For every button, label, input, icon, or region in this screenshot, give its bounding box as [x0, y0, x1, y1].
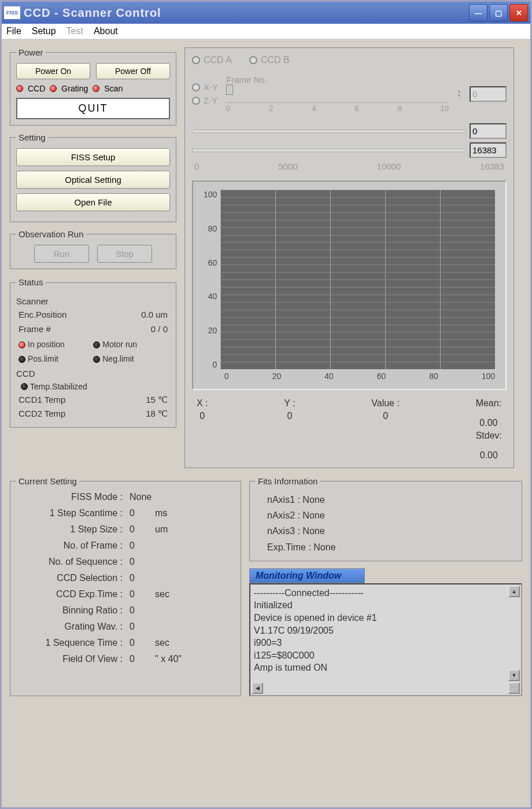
frame-value-input[interactable]: 0 — [470, 86, 507, 102]
scroll-down-icon[interactable]: ▼ — [508, 670, 520, 681]
monitor-line: Device is opened in device #1 — [254, 612, 518, 624]
monitor-line: Initialized — [254, 599, 518, 612]
frame-slider[interactable] — [226, 87, 449, 103]
setting-unit — [155, 557, 190, 567]
setting-label: CCD Selection : — [16, 573, 126, 583]
fits-naxis2: nAxis2 : None — [267, 508, 516, 523]
motor-run-led-icon — [93, 341, 100, 348]
chart-panel: 0 20 40 60 80 100 0 20 40 60 — [192, 181, 507, 390]
ccd-b-radio[interactable]: CCD B — [249, 55, 290, 65]
range-hi-slider[interactable] — [192, 149, 466, 152]
setting-unit: ms — [155, 508, 190, 519]
setting-unit — [155, 622, 190, 632]
motor-run-label: Motor run — [102, 339, 137, 351]
monitor-line: ----------Connected----------- — [254, 587, 518, 600]
enc-position-value: 0.0 um — [141, 308, 168, 322]
setting-unit: sec — [155, 589, 190, 600]
menu-test[interactable]: Test — [66, 26, 83, 36]
zy-radio[interactable]: Z-Y — [192, 95, 218, 105]
scroll-left-icon[interactable]: ◀ — [252, 682, 263, 694]
run-button[interactable]: Run — [34, 245, 89, 263]
setting-label: Grating Wav. : — [16, 622, 126, 632]
in-position-led-icon — [19, 341, 25, 348]
setting-legend: Setting — [16, 133, 48, 142]
xy-radio[interactable]: X-Y — [192, 82, 218, 92]
neg-limit-led-icon — [93, 356, 100, 363]
close-button[interactable]: ✕ — [509, 4, 528, 21]
range-lo-slider[interactable] — [192, 130, 466, 133]
scan-led-label: Scan — [104, 84, 123, 93]
monitoring-window-title: Monitoring Window — [249, 568, 365, 583]
menu-file[interactable]: File — [6, 26, 21, 36]
open-file-button[interactable]: Open File — [16, 193, 170, 211]
titlebar: FISS CCD - Scanner Control — ▢ ✕ — [2, 2, 530, 24]
current-setting-group: Current Setting FISS Mode :None1 Step Sc… — [10, 476, 241, 696]
app-window: FISS CCD - Scanner Control — ▢ ✕ File Se… — [0, 0, 532, 809]
ccd1-temp-value: 15 ℃ — [146, 394, 168, 407]
scroll-up-icon[interactable]: ▲ — [508, 586, 520, 597]
fits-exptime: Exp.Time : None — [267, 539, 516, 555]
setting-value: 0 — [126, 557, 155, 567]
obs-legend: Observation Run — [16, 229, 86, 239]
setting-label: CCD Exp.Time : — [16, 589, 126, 600]
ccd-led-icon — [16, 85, 23, 92]
setting-label: 1 Step Scantime : — [16, 508, 126, 519]
setting-unit — [155, 492, 190, 502]
menu-setup[interactable]: Setup — [32, 26, 56, 36]
frame-spinner[interactable]: ▲▼ — [457, 89, 461, 98]
monitoring-window[interactable]: ----------Connected----------- Initializ… — [249, 583, 522, 696]
setting-value: None — [126, 492, 155, 502]
in-position-label: In position — [28, 339, 65, 351]
grating-led-icon — [50, 85, 57, 92]
ccd-a-radio[interactable]: CCD A — [192, 55, 232, 65]
setting-value: 0 — [126, 573, 155, 583]
power-on-button[interactable]: Power On — [16, 63, 90, 79]
frame-num-label: Frame # — [19, 323, 51, 336]
frame-num-value: 0 / 0 — [151, 323, 168, 336]
stop-button[interactable]: Stop — [97, 245, 152, 263]
setting-value: 0 — [126, 605, 155, 616]
fits-legend: Fits Information — [256, 476, 320, 486]
maximize-button[interactable]: ▢ — [489, 4, 508, 21]
observation-run-group: Observation Run Run Stop — [10, 229, 176, 269]
pos-limit-led-icon — [19, 356, 25, 363]
setting-label: 1 Step Size : — [16, 524, 126, 535]
setting-value: 0 — [126, 508, 155, 519]
setting-value: 0 — [126, 622, 155, 632]
ccd2-temp-value: 18 ℃ — [146, 407, 168, 421]
neg-limit-label: Neg.limit — [102, 353, 134, 365]
ccd-led-label: CCD — [28, 84, 45, 93]
quit-button[interactable]: QUIT — [16, 98, 170, 119]
window-title: CCD - Scanner Control — [24, 6, 469, 20]
fits-naxis3: nAxis3 : None — [267, 523, 516, 539]
setting-label: Field Of View : — [16, 654, 126, 664]
setting-unit: sec — [155, 638, 190, 648]
menubar: File Setup Test About — [2, 24, 530, 39]
menu-about[interactable]: About — [94, 26, 118, 36]
temp-stab-led-icon — [21, 383, 28, 390]
setting-label: FISS Mode : — [16, 492, 126, 502]
setting-value: 0 — [126, 654, 155, 664]
range-lo-input[interactable]: 0 — [470, 123, 507, 139]
monitor-line: i125=$80C000 — [254, 649, 518, 662]
status-ccd-heading: CCD — [16, 367, 170, 381]
setting-label: No. of Sequence : — [16, 557, 126, 567]
chart-y-axis: 0 20 40 60 80 100 — [204, 190, 220, 369]
status-group: Status Scanner Enc.Position0.0 um Frame … — [10, 276, 176, 428]
app-icon: FISS — [4, 6, 20, 19]
setting-label: No. of Frame : — [16, 540, 126, 551]
setting-group: Setting FISS Setup Optical Setting Open … — [10, 133, 176, 222]
pos-limit-label: Pos.limit — [28, 353, 58, 365]
fiss-setup-button[interactable]: FISS Setup — [16, 148, 170, 166]
chart-x-axis: 0 20 40 60 80 100 — [204, 369, 495, 381]
ccd1-temp-label: CCD1 Temp — [19, 394, 65, 407]
power-off-button[interactable]: Power Off — [96, 63, 170, 79]
setting-unit: " x 40" — [155, 654, 190, 664]
setting-label: 1 Sequence Time : — [16, 638, 126, 648]
optical-setting-button[interactable]: Optical Setting — [16, 171, 170, 189]
setting-unit — [155, 540, 190, 551]
range-hi-input[interactable]: 16383 — [470, 142, 507, 158]
minimize-button[interactable]: — — [469, 4, 487, 21]
chart-plot[interactable] — [220, 190, 495, 369]
scroll-corner-icon — [508, 682, 520, 694]
